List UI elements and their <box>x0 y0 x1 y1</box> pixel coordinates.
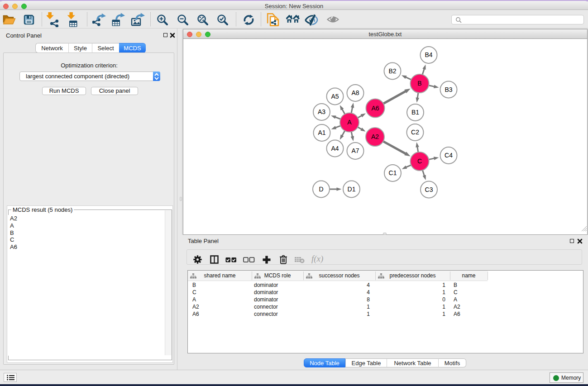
svg-text:A3: A3 <box>318 108 325 115</box>
svg-text:C2: C2 <box>411 129 419 136</box>
svg-text:A5: A5 <box>331 93 339 100</box>
svg-text:C: C <box>417 157 422 165</box>
svg-text:A8: A8 <box>351 89 359 96</box>
svg-text:C1: C1 <box>389 169 397 176</box>
svg-text:B3: B3 <box>445 86 452 93</box>
svg-text:D1: D1 <box>348 186 356 193</box>
svg-text:A6: A6 <box>371 105 379 112</box>
svg-text:A7: A7 <box>351 147 359 154</box>
svg-text:A2: A2 <box>371 133 379 140</box>
svg-text:B1: B1 <box>411 109 419 116</box>
svg-text:A: A <box>347 119 352 126</box>
svg-text:C4: C4 <box>445 152 453 159</box>
svg-text:B4: B4 <box>425 51 432 58</box>
svg-text:A1: A1 <box>318 129 325 136</box>
svg-text:C3: C3 <box>425 186 433 193</box>
svg-text:B: B <box>417 80 421 87</box>
svg-text:B2: B2 <box>388 67 396 75</box>
svg-text:A4: A4 <box>331 145 339 152</box>
svg-text:D: D <box>319 186 323 193</box>
